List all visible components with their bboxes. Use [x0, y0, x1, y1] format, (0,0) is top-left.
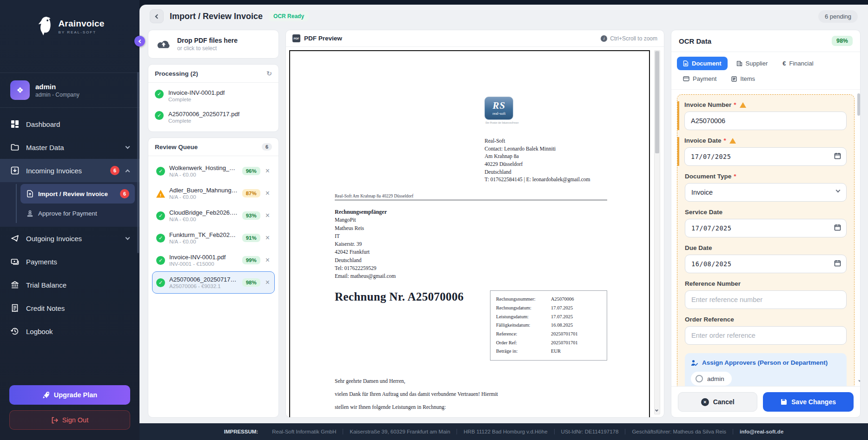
close-icon[interactable]: × [265, 234, 271, 242]
sidebar-item-outgoing-invoices[interactable]: Outgoing Invoices [0, 227, 139, 250]
close-icon[interactable]: × [265, 189, 271, 197]
list-icon [731, 76, 737, 82]
close-icon[interactable]: × [265, 167, 271, 175]
sidebar-item-label: Trial Balance [26, 281, 129, 289]
sidebar: Arainvoice BY REAL-SOFT ❖ admin admin - … [0, 0, 139, 440]
close-icon[interactable]: × [265, 256, 271, 264]
queue-item[interactable]: ✓ Invoice-INV-0001.pdf INV-0001 - €15000… [152, 249, 275, 271]
footer-segment: Kaiserstraße 39, 60329 Frankfurt am Main [343, 429, 457, 434]
sidebar-item-label: Credit Notes [26, 304, 129, 312]
processing-item: ✓ Invoice-INV-0001.pdf Complete [148, 85, 278, 106]
tab-financial[interactable]: € Financial [776, 57, 819, 70]
confidence-badge: 87% [242, 189, 260, 197]
brand-name: Arainvoice [58, 19, 104, 29]
pdf-preview-viewport[interactable]: RS real-soft Der Pionier der Inkassosoft… [286, 47, 664, 417]
queue-item[interactable]: ✓ CloudBridge_Feb2026.pdf N/A - €0.00 93… [152, 204, 275, 227]
confidence-badge: 93% [242, 211, 260, 220]
sidebar-item-approve-for-payment[interactable]: Approve for Payment [20, 204, 135, 223]
ocr-form-scroll[interactable]: Invoice Number* Invoice Date* Document [671, 90, 860, 386]
sidebar-nav: Dashboard Master Data Incoming Invoices … [0, 108, 139, 379]
dropzone-subtitle: or click to select [177, 45, 238, 52]
user-card[interactable]: ❖ admin admin - Company [0, 73, 139, 108]
sidebar-item-credit-notes[interactable]: Credit Notes [0, 296, 139, 320]
queue-item-selected[interactable]: ✓ A25070006_20250717.pdf A25070006 - €90… [152, 271, 275, 294]
tab-payment[interactable]: Payment [677, 72, 722, 85]
sidebar-collapse-button[interactable] [134, 36, 145, 46]
sign-out-label: Sign Out [62, 416, 88, 424]
field-label: Due Date [685, 244, 712, 251]
cancel-x-icon: × [701, 398, 709, 406]
pdf-preview-panel: PDF PDF Preview i Ctrl+Scroll to zoom RS [285, 30, 664, 418]
wallet-icon [10, 257, 20, 266]
sidebar-item-dashboard[interactable]: Dashboard [0, 112, 139, 136]
order-reference-input[interactable] [685, 326, 847, 345]
brand-byline: BY REAL-SOFT [58, 30, 104, 34]
footer-segment: USt-IdNr: DE114197178 [554, 429, 625, 434]
due-date-input[interactable] [685, 255, 847, 273]
file-import-icon [26, 189, 33, 198]
file-name: Adler_Buero_Mahnung.pdf [169, 187, 238, 194]
tab-document[interactable]: Document [677, 57, 728, 70]
upgrade-plan-label: Upgrade Plan [54, 391, 97, 399]
tab-label: Financial [789, 60, 814, 67]
sidebar-item-payments[interactable]: Payments [0, 250, 139, 273]
tab-items[interactable]: Items [725, 72, 761, 85]
sidebar-item-label: Import / Review Invoice [38, 190, 115, 197]
invoice-date-input[interactable] [684, 147, 847, 166]
calendar-icon[interactable] [834, 224, 841, 231]
upgrade-plan-button[interactable]: Upgrade Plan [9, 385, 130, 405]
sidebar-item-label: Payments [26, 258, 129, 266]
file-meta: N/A - €0.00 [169, 217, 238, 222]
history-clock-icon [10, 327, 20, 336]
zoom-hint-label: Ctrl+Scroll to zoom [610, 35, 657, 42]
invoice-number-input[interactable] [684, 112, 847, 130]
field-label: Service Date [685, 209, 722, 216]
tab-supplier[interactable]: Supplier [730, 57, 774, 70]
sidebar-item-label: Outgoing Invoices [26, 235, 119, 243]
letter-body-line: vielen Dank für Ihren Auftrag und das da… [335, 391, 607, 397]
queue-item[interactable]: ✓ Funkturm_TK_Feb2026.pdf N/A - €0.00 91… [152, 227, 275, 249]
check-icon: ✓ [155, 111, 164, 120]
service-date-input[interactable] [685, 219, 847, 237]
back-button[interactable] [150, 9, 164, 23]
document-type-select[interactable] [685, 183, 847, 202]
file-name: Invoice-INV-0001.pdf [168, 89, 225, 96]
chevron-up-icon [126, 169, 130, 174]
calendar-icon[interactable] [834, 152, 841, 159]
close-icon[interactable]: × [265, 278, 271, 287]
refresh-icon[interactable]: ↻ [266, 70, 272, 77]
file-meta: INV-0001 - €15000 [169, 261, 238, 267]
sidebar-item-logbook[interactable]: Logbook [0, 320, 139, 343]
sidebar-scrollbar[interactable] [137, 72, 139, 253]
save-changes-button[interactable]: Save Changes [763, 392, 854, 412]
file-meta: N/A - €0.00 [169, 172, 238, 177]
footer-email[interactable]: info@real-soft.de [733, 429, 790, 434]
sidebar-item-master-data[interactable]: Master Data [0, 136, 139, 159]
queue-item[interactable]: ! Adler_Buero_Mahnung.pdf N/A - €0.00 87… [152, 182, 275, 204]
sign-out-button[interactable]: Sign Out [9, 410, 130, 430]
close-icon[interactable]: × [265, 211, 271, 220]
cancel-button[interactable]: × Cancel [678, 392, 757, 412]
reference-number-input[interactable] [685, 290, 847, 309]
preview-column: PDF PDF Preview i Ctrl+Scroll to zoom RS [285, 30, 664, 418]
queue-item[interactable]: ✓ Wolkenwerk_Hosting_Feb... N/A - €0.00 … [152, 160, 275, 182]
sidebar-item-label: Dashboard [26, 120, 129, 128]
ocr-scrollbar[interactable] [857, 92, 860, 383]
processing-panel: Processing (2) ↻ ✓ Invoice-INV-0001.pdf … [148, 64, 279, 132]
recipient-address: Rechnungsempfänger MangoPit Matheus Reis… [335, 208, 607, 280]
sidebar-item-import-review-invoice[interactable]: Import / Review Invoice 6 [20, 184, 135, 204]
pdf-dropzone[interactable]: Drop PDF files here or click to select [148, 30, 279, 59]
sidebar-item-trial-balance[interactable]: Trial Balance [0, 273, 139, 296]
preview-scrollbar[interactable] [654, 50, 660, 414]
main-area: Import / Review Invoice OCR Ready 6 pend… [139, 5, 868, 440]
approver-option-admin[interactable]: admin [691, 372, 732, 386]
rocket-icon [42, 391, 50, 399]
review-queue-title: Review Queue [155, 144, 198, 151]
euro-icon: € [782, 60, 786, 67]
sidebar-item-incoming-invoices[interactable]: Incoming Invoices 6 [0, 159, 139, 182]
check-icon: ✓ [156, 256, 165, 265]
radio-icon[interactable] [696, 375, 703, 382]
calendar-icon[interactable] [834, 260, 841, 267]
sidebar-item-label: Approve for Payment [38, 210, 129, 217]
field-label: Invoice Date [684, 137, 722, 144]
